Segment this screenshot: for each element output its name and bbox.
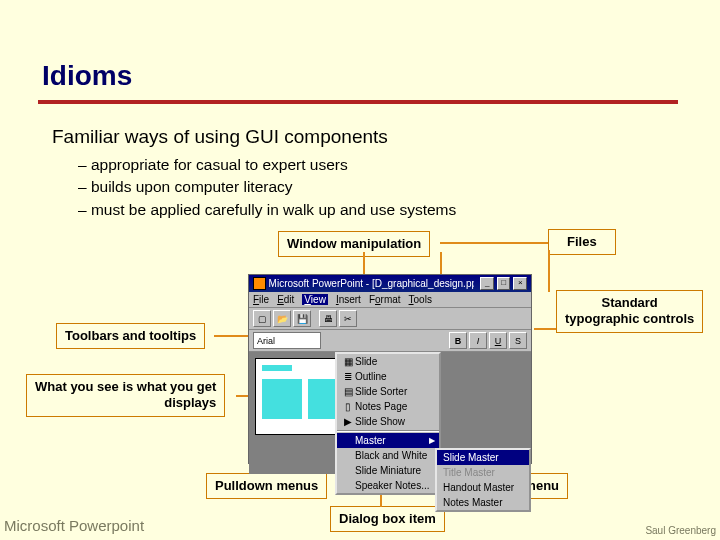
open-button[interactable]: 📂: [273, 310, 291, 327]
title-rule: [38, 100, 678, 104]
slide-subtitle: Familiar ways of using GUI components: [52, 126, 388, 148]
toolbar-standard: ▢ 📂 💾 🖶 ✂: [249, 308, 531, 330]
menu-item-miniature[interactable]: Slide Miniature: [337, 463, 439, 478]
leader-line: [534, 328, 556, 330]
menu-item-speakernotes[interactable]: Speaker Notes...: [337, 478, 439, 493]
bullet-list: appropriate for casual to expert users b…: [78, 154, 456, 221]
bullet-item: must be applied carefully in walk up and…: [78, 199, 456, 221]
menu-view[interactable]: View: [302, 294, 328, 305]
menu-insert[interactable]: Insert: [336, 294, 361, 305]
bold-button[interactable]: B: [449, 332, 467, 349]
toolbar-format: Arial B I U S: [249, 330, 531, 352]
callout-pulldown: Pulldown menus: [206, 473, 327, 499]
menu-tools[interactable]: Tools: [409, 294, 432, 305]
leader-line: [214, 335, 250, 337]
callout-toolbars: Toolbars and tooltips: [56, 323, 205, 349]
slide: Idioms Familiar ways of using GUI compon…: [0, 0, 720, 540]
master-submenu[interactable]: Slide Master Title Master Handout Master…: [435, 448, 531, 512]
view-menu[interactable]: ▦Slide ≣Outline ▤Slide Sorter ▯Notes Pag…: [335, 352, 441, 495]
menu-item-slidesorter[interactable]: ▤Slide Sorter: [337, 384, 439, 399]
font-selector[interactable]: Arial: [253, 332, 321, 349]
submenu-notesmaster[interactable]: Notes Master: [437, 495, 529, 510]
underline-button[interactable]: U: [489, 332, 507, 349]
bullet-item: appropriate for casual to expert users: [78, 154, 456, 176]
italic-button[interactable]: I: [469, 332, 487, 349]
leader-line: [363, 252, 365, 276]
menu-item-master[interactable]: Master▶: [337, 433, 439, 448]
titlebar[interactable]: Microsoft PowerPoint - [D_graphical_desi…: [249, 275, 531, 292]
callout-dialog: Dialog box item: [330, 506, 445, 532]
submenu-handoutmaster[interactable]: Handout Master: [437, 480, 529, 495]
app-title: Microsoft PowerPoint - [D_graphical_desi…: [269, 278, 475, 289]
menu-item-outline[interactable]: ≣Outline: [337, 369, 439, 384]
callout-files: Files: [548, 229, 616, 255]
app-icon: [253, 277, 266, 290]
callout-wysiwyg: What you see is what you get displays: [26, 374, 225, 417]
menu-format[interactable]: Format: [369, 294, 401, 305]
cut-button[interactable]: ✂: [339, 310, 357, 327]
close-button[interactable]: ×: [513, 277, 527, 290]
new-button[interactable]: ▢: [253, 310, 271, 327]
callout-window-manipulation: Window manipulation: [278, 231, 430, 257]
menu-item-notespage[interactable]: ▯Notes Page: [337, 399, 439, 414]
menu-edit[interactable]: Edit: [277, 294, 294, 305]
menu-item-slideshow[interactable]: ▶Slide Show: [337, 414, 439, 429]
footer-left: Microsoft Powerpoint: [4, 517, 144, 534]
maximize-button[interactable]: □: [497, 277, 511, 290]
submenu-slidemaster[interactable]: Slide Master: [437, 450, 529, 465]
menu-item-slide[interactable]: ▦Slide: [337, 354, 439, 369]
print-button[interactable]: 🖶: [319, 310, 337, 327]
callout-standard-typo: Standard typographic controls: [556, 290, 703, 333]
menu-item-bw[interactable]: Black and White: [337, 448, 439, 463]
footer-right: Saul Greenberg: [645, 525, 716, 536]
workarea: ▦Slide ≣Outline ▤Slide Sorter ▯Notes Pag…: [249, 352, 531, 474]
menubar[interactable]: File Edit View Insert Format Tools: [249, 292, 531, 308]
shadow-button[interactable]: S: [509, 332, 527, 349]
save-button[interactable]: 💾: [293, 310, 311, 327]
leader-line: [440, 252, 442, 276]
leader-line: [440, 242, 548, 244]
powerpoint-window: Microsoft PowerPoint - [D_graphical_desi…: [248, 274, 532, 464]
submenu-titlemaster[interactable]: Title Master: [437, 465, 529, 480]
leader-line: [548, 250, 550, 292]
slide-title: Idioms: [42, 60, 132, 92]
menu-file[interactable]: File: [253, 294, 269, 305]
bullet-item: builds upon computer literacy: [78, 176, 456, 198]
minimize-button[interactable]: _: [480, 277, 494, 290]
